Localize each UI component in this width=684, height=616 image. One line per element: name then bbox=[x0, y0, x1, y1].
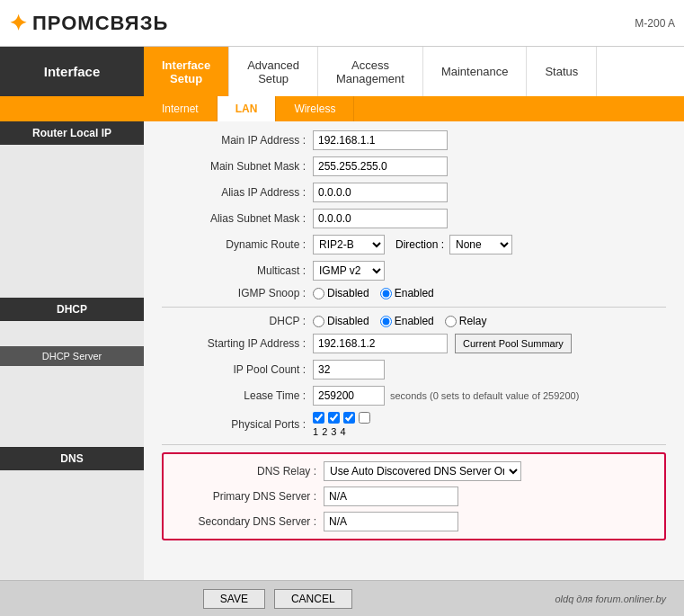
main-ip-label: Main IP Address : bbox=[162, 134, 306, 147]
lease-time-input[interactable] bbox=[313, 386, 385, 406]
main-subnet-input[interactable] bbox=[313, 156, 448, 176]
physical-ports-label: Physical Ports : bbox=[162, 418, 306, 431]
sub-tabs: Internet LAN Wireless bbox=[0, 96, 684, 121]
dynamic-route-label: Dynamic Route : bbox=[162, 238, 306, 251]
interface-label: Interface bbox=[0, 47, 144, 96]
tab-status[interactable]: Status bbox=[527, 47, 597, 96]
dhcp-disabled-label[interactable]: Disabled bbox=[313, 315, 369, 327]
dns-relay-select[interactable]: Use Auto Discovered DNS Server Only Use … bbox=[324, 461, 521, 481]
port-1-label: 1 bbox=[313, 426, 318, 437]
direction-label: Direction : bbox=[395, 238, 444, 251]
igmp-snoop-group: Disabled Enabled bbox=[313, 287, 434, 299]
port-2-checkbox[interactable] bbox=[328, 412, 340, 424]
sidebar-dhcp-server: DHCP Server bbox=[0, 346, 144, 366]
nav-tabs: InterfaceSetup AdvancedSetup AccessManag… bbox=[144, 47, 684, 96]
header: ✦ ПРОМСВЯЗЬ M-200 A bbox=[0, 0, 684, 47]
logo: ✦ ПРОМСВЯЗЬ bbox=[9, 11, 168, 36]
alias-ip-input[interactable] bbox=[313, 183, 448, 202]
alias-subnet-row: Alias Subnet Mask : bbox=[162, 209, 666, 228]
multicast-label: Multicast : bbox=[162, 264, 306, 277]
main-content: Main IP Address : Main Subnet Mask : Ali… bbox=[144, 121, 684, 580]
igmp-snoop-label: IGMP Snoop : bbox=[162, 287, 306, 299]
port-2-label-item: 2 bbox=[322, 425, 327, 437]
footer: SAVE CANCEL oldq для forum.onliner.by bbox=[0, 580, 684, 616]
dhcp-label: DHCP : bbox=[162, 315, 306, 327]
tab-interface-setup[interactable]: InterfaceSetup bbox=[144, 47, 229, 96]
dhcp-relay-label[interactable]: Relay bbox=[445, 315, 487, 327]
starting-ip-label: Starting IP Address : bbox=[162, 337, 306, 350]
main-subnet-label: Main Subnet Mask : bbox=[162, 160, 306, 173]
alias-subnet-input[interactable] bbox=[313, 209, 448, 228]
ip-pool-count-input[interactable] bbox=[313, 360, 385, 379]
alias-ip-label: Alias IP Address : bbox=[162, 186, 306, 199]
lease-time-info: seconds (0 sets to default value of 2592… bbox=[390, 390, 579, 401]
main-ip-input[interactable] bbox=[313, 130, 448, 150]
tab-access-management[interactable]: AccessManagement bbox=[318, 47, 423, 96]
tab-advanced-setup[interactable]: AdvancedSetup bbox=[229, 47, 318, 96]
dhcp-relay-radio[interactable] bbox=[445, 316, 457, 327]
tab-maintenance[interactable]: Maintenance bbox=[423, 47, 527, 96]
dynamic-route-row: Dynamic Route : RIP2-B RIP1 RIP2 None Di… bbox=[162, 235, 666, 254]
main-ip-row: Main IP Address : bbox=[162, 130, 666, 150]
igmp-snoop-enabled-radio[interactable] bbox=[380, 288, 392, 299]
port-2-item bbox=[328, 412, 340, 424]
direction-select[interactable]: None Both In Out bbox=[449, 235, 512, 254]
physical-ports-group: 1 2 3 4 bbox=[313, 412, 370, 437]
model-label: M-200 A bbox=[635, 17, 675, 30]
dhcp-enabled-label[interactable]: Enabled bbox=[380, 315, 434, 327]
primary-dns-row: Primary DNS Server : bbox=[173, 487, 655, 506]
starting-ip-row: Starting IP Address : Current Pool Summa… bbox=[162, 334, 666, 353]
primary-dns-input[interactable] bbox=[324, 487, 458, 506]
port-1-item bbox=[313, 412, 324, 424]
main-subnet-row: Main Subnet Mask : bbox=[162, 156, 666, 176]
dhcp-enabled-radio[interactable] bbox=[380, 316, 392, 327]
igmp-snoop-row: IGMP Snoop : Disabled Enabled bbox=[162, 287, 666, 299]
port-3-item bbox=[343, 412, 355, 424]
dns-relay-label: DNS Relay : bbox=[173, 465, 316, 478]
port-3-label: 3 bbox=[331, 426, 336, 437]
multicast-select[interactable]: IGMP v2 IGMP v1 Disabled bbox=[313, 261, 385, 281]
dhcp-disabled-radio[interactable] bbox=[313, 316, 324, 327]
sidebar-dhcp: DHCP bbox=[0, 298, 144, 321]
secondary-dns-label: Secondary DNS Server : bbox=[173, 515, 316, 528]
ip-pool-count-label: IP Pool Count : bbox=[162, 363, 306, 376]
sub-tab-wireless[interactable]: Wireless bbox=[276, 96, 354, 121]
primary-dns-label: Primary DNS Server : bbox=[173, 490, 316, 503]
secondary-dns-input[interactable] bbox=[324, 512, 458, 531]
port-3-checkbox[interactable] bbox=[343, 412, 355, 424]
starting-ip-input[interactable] bbox=[313, 334, 448, 353]
port-1-label-item: 1 bbox=[313, 425, 318, 437]
save-button[interactable]: SAVE bbox=[203, 589, 265, 609]
port-2-label: 2 bbox=[322, 426, 327, 437]
sub-tab-internet[interactable]: Internet bbox=[144, 96, 218, 121]
sidebar-dns: DNS bbox=[0, 447, 144, 470]
current-pool-summary-button[interactable]: Current Pool Summary bbox=[455, 334, 572, 353]
igmp-snoop-enabled-label[interactable]: Enabled bbox=[380, 287, 434, 299]
alias-ip-row: Alias IP Address : bbox=[162, 183, 666, 202]
cancel-button[interactable]: CANCEL bbox=[274, 589, 352, 609]
logo-text: ПРОМСВЯЗЬ bbox=[32, 12, 168, 35]
ip-pool-count-row: IP Pool Count : bbox=[162, 360, 666, 379]
divider-1 bbox=[162, 307, 666, 308]
sub-tab-lan[interactable]: LAN bbox=[218, 96, 277, 121]
secondary-dns-row: Secondary DNS Server : bbox=[173, 512, 655, 531]
footer-text: oldq для forum.onliner.by bbox=[555, 594, 666, 604]
divider-2 bbox=[162, 444, 666, 445]
port-4-item bbox=[359, 412, 370, 424]
port-4-checkbox[interactable] bbox=[359, 412, 370, 424]
igmp-snoop-disabled-label[interactable]: Disabled bbox=[313, 287, 369, 299]
dynamic-route-select[interactable]: RIP2-B RIP1 RIP2 None bbox=[313, 235, 385, 254]
dhcp-group: Disabled Enabled Relay bbox=[313, 315, 486, 327]
igmp-snoop-disabled-radio[interactable] bbox=[313, 288, 324, 299]
port-1-checkbox[interactable] bbox=[313, 412, 324, 424]
dhcp-row: DHCP : Disabled Enabled Relay bbox=[162, 315, 666, 327]
lease-time-label: Lease Time : bbox=[162, 389, 306, 402]
sidebar: Router Local IP DHCP DHCP Server DNS bbox=[0, 121, 144, 580]
port-labels-row: 1 2 3 4 bbox=[313, 425, 370, 437]
nav-bar: Interface InterfaceSetup AdvancedSetup A… bbox=[0, 47, 684, 96]
content: Router Local IP DHCP DHCP Server DNS Mai… bbox=[0, 121, 684, 580]
ports-checkboxes bbox=[313, 412, 370, 424]
logo-icon: ✦ bbox=[9, 11, 27, 36]
port-3-label-item: 3 bbox=[331, 425, 336, 437]
dns-box: DNS Relay : Use Auto Discovered DNS Serv… bbox=[162, 452, 666, 540]
